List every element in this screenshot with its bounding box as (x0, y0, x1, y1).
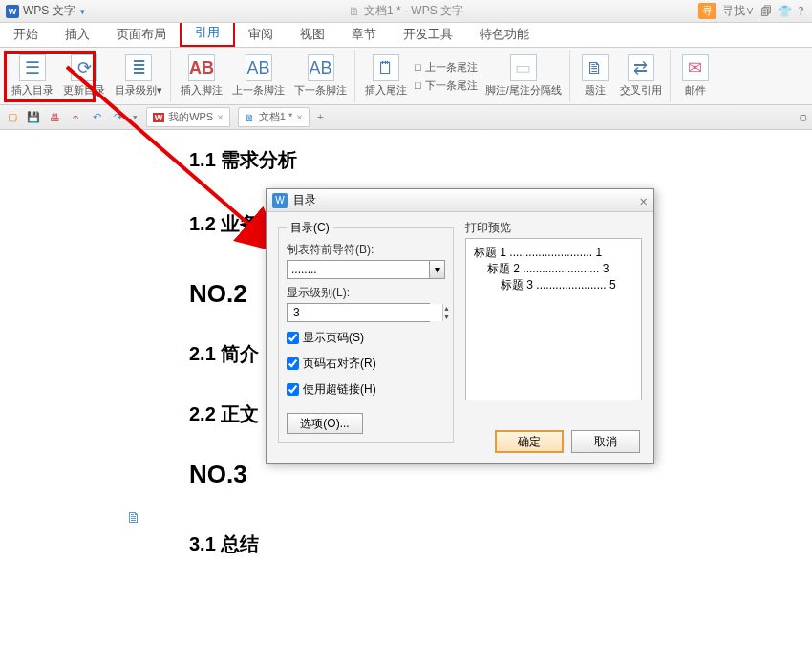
wps-home-tab[interactable]: W 我的WPS × (146, 107, 230, 127)
app-menu-dropdown[interactable]: ▾ (79, 5, 86, 18)
hyperlink-checkbox[interactable] (287, 383, 299, 396)
redo-icon[interactable]: ↷ (111, 111, 124, 124)
dialog-icon: W (272, 193, 288, 208)
level-spinner[interactable]: ▲ ▼ (287, 303, 430, 322)
pdf-icon[interactable]: 𝄐 (69, 111, 82, 124)
tab-insert[interactable]: 插入 (52, 22, 103, 47)
separator-icon: ▭ (510, 54, 537, 81)
title-bar: W WPS 文字 ▾ 🗎 文档1 * - WPS 文字 寻 寻找∨ 🗐 👕 ? (0, 0, 812, 23)
mail-label: 邮件 (685, 83, 706, 97)
dialog-body: 目录(C) 制表符前导符(B): ▾ 显示级别(L): ▲ ▼ (267, 212, 653, 450)
tab-view[interactable]: 视图 (287, 22, 338, 47)
toc-level-label: 目录级别▾ (115, 83, 162, 97)
new-icon[interactable]: ▢ (6, 111, 19, 124)
next-footnote-icon: AB (308, 54, 334, 81)
app-identity: W WPS 文字 ▾ (0, 3, 86, 19)
preview-box: 标题 1 .......................... 1 标题 2 .… (465, 238, 642, 400)
dialog-titlebar[interactable]: W 目录 ✕ (267, 189, 653, 212)
tab-layout[interactable]: 页面布局 (103, 22, 180, 47)
app-name: WPS 文字 (23, 3, 75, 19)
insert-footnote-button[interactable]: AB 插入脚注 (177, 53, 226, 99)
options-button[interactable]: 选项(O)... (287, 413, 363, 434)
right-align-checkbox[interactable] (287, 357, 299, 370)
level-input[interactable] (288, 304, 442, 321)
separator-label: 脚注/尾注分隔线 (485, 83, 562, 97)
paragraph-mark-icon: 🗎 (126, 509, 141, 527)
search-badge[interactable]: 寻 (698, 3, 716, 19)
menu-tabs: 开始 插入 页面布局 引用 审阅 视图 章节 开发工具 特色功能 (0, 23, 812, 48)
tab-list-icon[interactable]: ▢ (800, 111, 806, 123)
preview-panel: 打印预览 标题 1 .......................... 1 标… (465, 220, 642, 443)
next-endnote-button[interactable]: □ 下一条尾注 (413, 77, 480, 94)
prev-footnote-label: 上一条脚注 (232, 83, 285, 97)
preview-label: 打印预览 (465, 220, 642, 236)
update-toc-label: 更新目录 (63, 83, 105, 97)
tab-special[interactable]: 特色功能 (466, 22, 543, 47)
ribbon: ☰ 插入目录 ⟳ 更新目录 ≣ 目录级别▾ AB 插入脚注 AB 上一条脚注 A… (0, 48, 812, 105)
dialog-close-icon[interactable]: ✕ (640, 193, 648, 208)
doc-tab-icon: 🗎 (245, 112, 255, 123)
level-row: 显示级别(L): ▲ ▼ (287, 285, 445, 322)
insert-toc-button[interactable]: ☰ 插入目录 (8, 53, 57, 99)
add-tab-icon[interactable]: + (317, 111, 324, 123)
tab-devtools[interactable]: 开发工具 (390, 22, 466, 47)
cancel-button[interactable]: 取消 (571, 430, 640, 453)
tab-start[interactable]: 开始 (0, 22, 52, 47)
spinner-up-icon[interactable]: ▲ (443, 304, 450, 313)
leader-label: 制表符前导符(B): (287, 242, 445, 258)
next-footnote-label: 下一条脚注 (294, 83, 347, 97)
help-icon[interactable]: ? (798, 5, 804, 18)
right-align-label: 页码右对齐(R) (303, 356, 376, 372)
heading-1-1: 1.1 需求分析 (189, 147, 812, 173)
prev-footnote-button[interactable]: AB 上一条脚注 (228, 53, 288, 99)
leader-dropdown-icon[interactable]: ▾ (430, 260, 445, 279)
print-icon[interactable]: 🖶 (48, 111, 61, 124)
spinner-down-icon[interactable]: ▼ (443, 313, 450, 321)
update-toc-icon: ⟳ (71, 54, 97, 81)
prev-endnote-button[interactable]: □ 上一条尾注 (413, 59, 480, 76)
mail-button[interactable]: ✉ 邮件 (676, 53, 715, 99)
doc-tab[interactable]: 🗎 文档1 * × (238, 107, 310, 127)
save-icon[interactable]: 💾 (27, 111, 40, 124)
hyperlink-label: 使用超链接(H) (303, 381, 376, 398)
caption-button[interactable]: 🗎 题注 (576, 53, 614, 99)
doc-tab-label: 文档1 * (259, 110, 292, 124)
heading-no3: NO.3 (189, 460, 812, 489)
shirt-icon[interactable]: 👕 (778, 5, 792, 18)
insert-toc-label: 插入目录 (11, 83, 53, 97)
undo-icon[interactable]: ↶ (90, 111, 103, 124)
show-page-checkbox[interactable] (287, 332, 299, 344)
crossref-label: 交叉引用 (620, 83, 662, 97)
dialog-buttons: 确定 取消 (495, 430, 640, 453)
dialog-title-text: 目录 (293, 192, 316, 208)
qbar-overflow[interactable]: ▾ (132, 111, 139, 123)
clipboard-icon[interactable]: 🗐 (760, 5, 772, 18)
right-align-row[interactable]: 页码右对齐(R) (287, 356, 445, 372)
tab-review[interactable]: 审阅 (235, 22, 287, 47)
next-footnote-button[interactable]: AB 下一条脚注 (290, 53, 351, 99)
toc-level-button[interactable]: ≣ 目录级别▾ (111, 53, 166, 99)
crossref-button[interactable]: ⇄ 交叉引用 (616, 53, 666, 99)
separator-button[interactable]: ▭ 脚注/尾注分隔线 (481, 53, 566, 99)
window-title: 🗎 文档1 * - WPS 文字 (349, 3, 463, 19)
insert-footnote-label: 插入脚注 (181, 83, 223, 97)
ribbon-group-mail: ✉ 邮件 (673, 50, 718, 102)
doc-tab-close[interactable]: × (296, 111, 303, 123)
insert-toc-icon: ☰ (19, 54, 46, 81)
wps-tab-icon: W (153, 113, 165, 122)
leader-input[interactable] (287, 260, 430, 279)
preview-line-2: 标题 2 ........................ 3 (474, 261, 633, 277)
doc-title-text: 文档1 * - WPS 文字 (364, 3, 463, 19)
mail-icon: ✉ (682, 54, 709, 81)
update-toc-button[interactable]: ⟳ 更新目录 (59, 53, 109, 99)
ribbon-group-caption: 🗎 题注 ⇄ 交叉引用 (572, 50, 671, 102)
insert-endnote-label: 插入尾注 (365, 83, 407, 97)
wps-tab-close[interactable]: × (217, 111, 224, 123)
ok-button[interactable]: 确定 (495, 430, 564, 453)
doc-icon: 🗎 (349, 5, 360, 18)
hyperlink-row[interactable]: 使用超链接(H) (287, 381, 445, 398)
show-page-row[interactable]: 显示页码(S) (287, 330, 445, 346)
search-text[interactable]: 寻找∨ (722, 3, 755, 19)
tab-section[interactable]: 章节 (338, 22, 390, 47)
insert-endnote-button[interactable]: 🗒 插入尾注 (361, 53, 411, 99)
